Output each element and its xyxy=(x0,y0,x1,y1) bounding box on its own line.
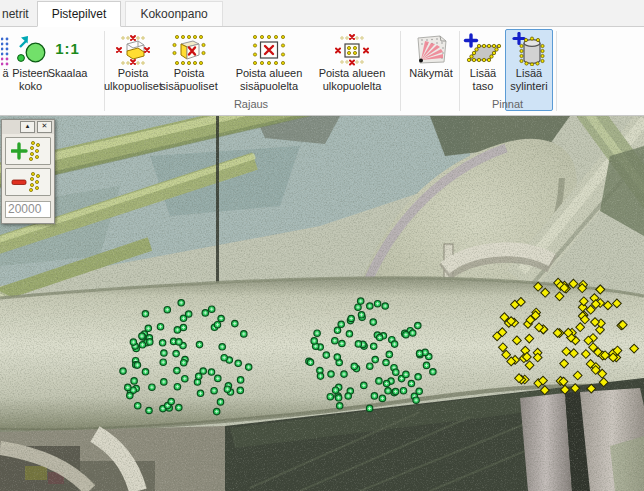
remove-points-icon xyxy=(11,171,45,193)
ribbon: ä Pisteen koko 1:1 Skaalaa xyxy=(0,27,644,116)
point-count-field[interactable]: 20000 xyxy=(5,201,51,218)
ribbon-button-point-size[interactable]: Pisteen koko xyxy=(12,29,49,111)
remove-inside-icon xyxy=(172,30,206,66)
ribbon-button-label: Näkymät xyxy=(409,67,452,80)
add-points-button[interactable] xyxy=(5,137,51,165)
ribbon-button-label: ä xyxy=(2,67,8,80)
one-to-one-icon: 1:1 xyxy=(55,30,80,66)
ribbon-button-label: Poista ulkopuoliset xyxy=(104,67,162,93)
panel-title-bar[interactable]: ▴ ✕ xyxy=(2,120,54,134)
ribbon-button-label: Poista alueen ulkopuolelta xyxy=(319,67,386,93)
ribbon-separator xyxy=(400,31,401,111)
ribbon-button-label: Pisteen koko xyxy=(12,67,49,93)
ribbon-button-clipped-colorize[interactable]: ä xyxy=(0,29,11,111)
ribbon-tab-bar: netrit Pistepilvet Kokoonpano xyxy=(0,0,644,27)
ribbon-button-views[interactable]: Näkymät xyxy=(403,29,459,111)
ribbon-separator xyxy=(459,31,460,111)
tab-pistepilvet[interactable]: Pistepilvet xyxy=(37,1,122,27)
add-points-icon xyxy=(11,140,45,162)
add-cylinder-icon xyxy=(511,30,547,66)
ribbon-group-rajaus: Rajaus xyxy=(106,97,396,111)
point-density-panel: ▴ ✕ xyxy=(1,119,55,224)
ribbon-separator xyxy=(556,31,557,111)
ribbon-button-label: Poista alueen sisäpuolelta xyxy=(236,67,303,93)
add-plane-icon xyxy=(463,30,503,66)
app-window: { "tabs": [ {"id": "parametrit-partial",… xyxy=(0,0,644,491)
ribbon-button-label: Skaalaa xyxy=(48,67,88,80)
color-dots-icon xyxy=(0,30,11,66)
ribbon-group-pinnat: Pinnat xyxy=(462,97,553,111)
ribbon-button-label: Poista sisäpuoliset xyxy=(160,67,217,93)
point-cloud-viewport[interactable]: ▴ ✕ xyxy=(0,116,644,491)
collapse-icon[interactable]: ▴ xyxy=(20,121,35,133)
point-size-icon xyxy=(15,30,47,66)
remove-points-button[interactable] xyxy=(5,168,51,196)
remove-area-outside-icon xyxy=(335,30,369,66)
views-icon xyxy=(413,30,449,66)
remove-area-inside-icon xyxy=(252,30,286,66)
point-cloud-scene xyxy=(0,116,644,491)
ribbon-button-scale[interactable]: 1:1 Skaalaa xyxy=(49,29,86,111)
tab-parametrit-partial[interactable]: netrit xyxy=(0,2,33,26)
ribbon-button-label: Lisää taso xyxy=(470,67,496,93)
close-icon[interactable]: ✕ xyxy=(37,121,52,133)
remove-outside-icon xyxy=(116,30,150,66)
tab-kokoonpano[interactable]: Kokoonpano xyxy=(125,1,222,26)
ribbon-button-label: Lisää sylinteri xyxy=(510,67,547,93)
noise-light-overlay xyxy=(0,116,644,491)
